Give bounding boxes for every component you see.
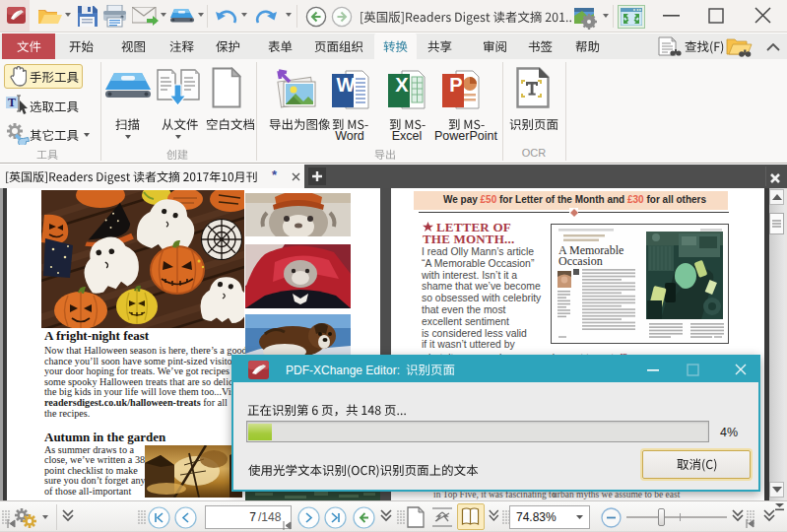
svg-text:Occasion: Occasion [558, 254, 603, 268]
svg-text:T: T [8, 96, 16, 109]
